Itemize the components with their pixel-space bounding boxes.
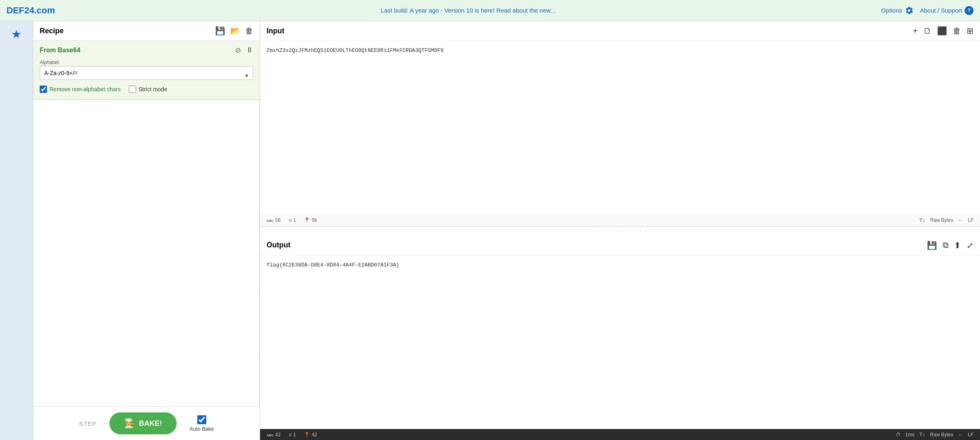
output-status-right: ⏱ 1ms T↕ Raw Bytes ← LF [896, 431, 974, 438]
output-status-left: abc 42 ≡ 1 📍 42 [267, 432, 317, 438]
input-status-bar: abc 56 ≡ 1 📍 56 T↕ Raw Bytes ← [260, 215, 980, 226]
output-textarea[interactable] [260, 255, 980, 429]
output-copy-button[interactable]: ⧉ [943, 240, 948, 250]
bake-button[interactable]: 👨‍🍳 BAKE! [109, 412, 177, 434]
output-title: Output [267, 241, 290, 249]
output-chars-value: 42 [275, 432, 280, 438]
left-sidebar: ★ [0, 21, 33, 440]
input-lines-icon: ≡ [289, 217, 292, 223]
recipe-open-button[interactable]: 📂 [230, 26, 240, 36]
about-label: About / Support [920, 7, 962, 14]
output-toolbar: 💾 ⧉ ⬆ ⤢ [927, 240, 974, 250]
operation-controls: ⊘ ⏸ [235, 46, 253, 55]
operation-header: From Base64 ⊘ ⏸ [40, 46, 253, 55]
input-status-right: T↕ Raw Bytes ← LF [919, 217, 974, 223]
input-section: Input + 🗋 ⬛ 🗑 ⊞ abc 56 ≡ [260, 21, 980, 227]
output-char-count: abc 42 [267, 432, 281, 438]
auto-bake-wrap[interactable]: Auto Bake [190, 415, 214, 432]
input-grid-button[interactable]: ⊞ [967, 26, 974, 36]
alphabet-selector: Alphabet A-Za-z0-9+/= A-Za-z0-9-_ A-Za-z… [40, 60, 253, 80]
alphabet-label: Alphabet [40, 60, 253, 65]
output-type-icon[interactable]: T↕ [919, 431, 925, 438]
auto-bake-label: Auto Bake [190, 426, 214, 432]
output-header: Output 💾 ⧉ ⬆ ⤢ [260, 236, 980, 255]
remove-nonalpha-checkbox[interactable] [40, 86, 47, 93]
input-abc-icon: abc [267, 218, 273, 223]
output-newline-arrow: ← [958, 432, 963, 438]
output-clock-icon: ⏱ [896, 432, 901, 438]
input-line-count: ≡ 1 [289, 217, 296, 223]
right-panel: Input + 🗋 ⬛ 🗑 ⊞ abc 56 ≡ [260, 21, 980, 440]
output-upload-button[interactable]: ⬆ [954, 240, 961, 250]
output-pos-value: 42 [312, 432, 317, 438]
input-type-icon[interactable]: T↕ [919, 217, 925, 223]
divider-dots: · · · · · · · · · · [260, 227, 980, 236]
auto-bake-checkbox[interactable] [197, 415, 206, 424]
input-pos-value: 56 [312, 217, 317, 223]
output-lines-value: 1 [293, 432, 296, 438]
output-section: Output 💾 ⧉ ⬆ ⤢ abc 42 ≡ 1 [260, 236, 980, 440]
step-button[interactable]: STEP [79, 420, 96, 427]
options-button[interactable]: Options [881, 6, 914, 15]
input-format[interactable]: Raw Bytes [930, 217, 953, 223]
input-status-left: abc 56 ≡ 1 📍 56 [267, 217, 317, 223]
bake-chef-icon: 👨‍🍳 [124, 418, 135, 429]
output-abc-icon: abc [267, 432, 273, 437]
gear-icon [905, 6, 914, 15]
logo[interactable]: DEF24.com [6, 5, 55, 16]
input-newfile-button[interactable]: 🗋 [923, 26, 931, 36]
operation-pause-button[interactable]: ⏸ [246, 46, 253, 55]
output-line-count: ≡ 1 [289, 432, 296, 438]
top-banner: DEF24.com Last build: A year ago - Versi… [0, 0, 980, 21]
options-label: Options [881, 7, 902, 14]
strict-mode-checkbox[interactable] [129, 86, 136, 93]
input-header: Input + 🗋 ⬛ 🗑 ⊞ [260, 21, 980, 41]
input-pos-icon: 📍 [304, 217, 310, 223]
output-newline[interactable]: LF [968, 432, 974, 438]
operation-block: From Base64 ⊘ ⏸ Alphabet A-Za-z0-9+/= A-… [33, 41, 260, 100]
input-newline[interactable]: LF [968, 217, 974, 223]
input-char-count: abc 56 [267, 217, 281, 223]
strict-mode-checkbox-item[interactable]: Strict mode [129, 86, 167, 93]
input-chars-value: 56 [275, 217, 280, 223]
build-text: Last build: A year ago - Version 10 is h… [381, 7, 555, 14]
output-time: 1ms [905, 432, 915, 438]
favorite-icon[interactable]: ★ [11, 28, 21, 41]
checkboxes-row: Remove non-alphabet chars Strict mode [40, 86, 253, 93]
output-pos-icon: 📍 [304, 432, 310, 438]
operation-disable-button[interactable]: ⊘ [235, 46, 241, 55]
output-status-bar: abc 42 ≡ 1 📍 42 ⏱ 1ms T↕ R [260, 429, 980, 440]
about-support-button[interactable]: About / Support ? [920, 6, 974, 15]
banner-right: Options About / Support ? [881, 6, 974, 15]
recipe-empty-area [33, 100, 260, 406]
recipe-title: Recipe [40, 27, 64, 35]
output-lines-icon: ≡ [289, 432, 292, 438]
main-layout: ★ Recipe 💾 📂 🗑 From Base64 ⊘ ⏸ Alphabet [0, 21, 980, 440]
remove-nonalpha-checkbox-item[interactable]: Remove non-alphabet chars [40, 86, 121, 93]
help-icon: ? [965, 6, 974, 15]
alphabet-select[interactable]: A-Za-z0-9+/= A-Za-z0-9-_ A-Za-z0-9+/ (no… [40, 66, 253, 80]
input-toolbar: + 🗋 ⬛ 🗑 ⊞ [913, 26, 974, 36]
strict-mode-label: Strict mode [139, 86, 167, 92]
input-textarea[interactable] [260, 41, 980, 215]
input-lines-value: 1 [293, 217, 296, 223]
input-newline-arrow: ← [958, 217, 963, 223]
input-import-button[interactable]: ⬛ [937, 26, 947, 36]
bake-bar: STEP 👨‍🍳 BAKE! Auto Bake [33, 406, 260, 440]
recipe-delete-button[interactable]: 🗑 [245, 26, 253, 36]
output-save-button[interactable]: 💾 [927, 240, 937, 250]
recipe-toolbar: 💾 📂 🗑 [215, 26, 253, 36]
recipe-save-button[interactable]: 💾 [215, 26, 225, 36]
output-position: 📍 42 [304, 432, 317, 438]
output-format[interactable]: Raw Bytes [930, 432, 953, 438]
input-position: 📍 56 [304, 217, 317, 223]
remove-nonalpha-label: Remove non-alphabet chars [49, 86, 121, 92]
input-delete-button[interactable]: 🗑 [953, 26, 961, 36]
recipe-header: Recipe 💾 📂 🗑 [33, 21, 260, 41]
bake-label: BAKE! [139, 419, 162, 428]
operation-title: From Base64 [40, 47, 81, 54]
input-title: Input [267, 27, 284, 35]
recipe-panel: Recipe 💾 📂 🗑 From Base64 ⊘ ⏸ Alphabet [33, 21, 260, 440]
output-expand-button[interactable]: ⤢ [967, 240, 974, 250]
input-add-button[interactable]: + [913, 26, 918, 36]
